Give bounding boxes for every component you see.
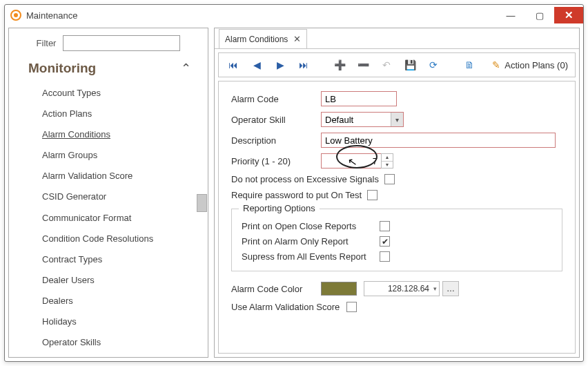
sidebar-item-panel-connections[interactable]: Panel Connections bbox=[21, 353, 208, 357]
nav-first-button[interactable]: ⏮ bbox=[223, 55, 244, 75]
collapse-icon[interactable]: ⌃ bbox=[181, 61, 198, 76]
nav-last-button[interactable]: ⏭ bbox=[293, 55, 314, 75]
pencil-icon: ✎ bbox=[492, 59, 500, 70]
print-alarm-only-checkbox[interactable]: ✔ bbox=[380, 236, 390, 247]
sidebar: Filter Monitoring ⌃ Account TypesAction … bbox=[8, 28, 208, 358]
refresh-button[interactable]: ⟳ bbox=[423, 55, 444, 75]
close-button[interactable]: ✕ bbox=[554, 7, 583, 23]
maximize-button[interactable]: ▢ bbox=[525, 7, 554, 23]
section-title: Monitoring bbox=[28, 61, 96, 76]
sidebar-item-communicator-format[interactable]: Communicator Format bbox=[21, 208, 208, 229]
color-value-dropdown[interactable]: 128.128.64 bbox=[364, 281, 440, 296]
sidebar-item-operator-skills[interactable]: Operator Skills bbox=[21, 332, 208, 353]
suppress-label: Supress from All Events Report bbox=[242, 251, 380, 262]
reporting-legend: Reporting Options bbox=[239, 203, 320, 213]
remove-button[interactable]: ➖ bbox=[353, 55, 373, 75]
color-swatch bbox=[321, 282, 357, 296]
priority-input[interactable] bbox=[321, 153, 382, 168]
add-button[interactable]: ➕ bbox=[329, 55, 350, 75]
no-process-label: Do not process on Excessive Signals bbox=[231, 174, 379, 184]
require-pw-label: Require password to put On Test bbox=[231, 190, 362, 200]
dropdown-icon[interactable]: ▾ bbox=[391, 113, 403, 126]
tab-alarm-conditions[interactable]: Alarm Conditions ✕ bbox=[219, 29, 307, 48]
tab-label: Alarm Conditions bbox=[225, 35, 288, 44]
sidebar-item-contract-types[interactable]: Contract Types bbox=[21, 249, 208, 270]
use-validation-checkbox[interactable] bbox=[346, 302, 357, 312]
sidebar-item-alarm-validation-score[interactable]: Alarm Validation Score bbox=[21, 166, 208, 186]
window-title: Maintenance bbox=[26, 10, 77, 21]
reporting-options-group: Reporting Options Print on Open Close Re… bbox=[231, 209, 562, 271]
alarm-code-label: Alarm Code bbox=[231, 94, 321, 104]
action-plans-link[interactable]: ✎ Action Plans (0) bbox=[492, 59, 571, 70]
titlebar: Maintenance — ▢ ✕ bbox=[5, 5, 583, 26]
minimize-button[interactable]: — bbox=[496, 7, 525, 23]
undo-button[interactable]: ↶ bbox=[376, 55, 397, 75]
sidebar-item-alarm-groups[interactable]: Alarm Groups bbox=[21, 145, 208, 166]
sidebar-item-csid-generator[interactable]: CSID Generator bbox=[21, 186, 208, 207]
filter-input[interactable] bbox=[63, 35, 180, 51]
nav-next-button[interactable]: ▶ bbox=[270, 55, 291, 75]
sidebar-item-holidays[interactable]: Holidays bbox=[21, 311, 208, 332]
alarm-code-input[interactable] bbox=[321, 91, 397, 106]
filter-label: Filter bbox=[37, 38, 57, 48]
color-picker-button[interactable]: … bbox=[442, 281, 459, 296]
sidebar-item-dealers[interactable]: Dealers bbox=[21, 291, 208, 311]
color-label: Alarm Code Color bbox=[231, 284, 321, 294]
form-area: Alarm Code Operator Skill ▾ Description … bbox=[218, 81, 576, 354]
toolbar: ⏮ ◀ ▶ ⏭ ➕ ➖ ↶ 💾 ⟳ 🗎 ✎ Action Plans (0) bbox=[218, 52, 576, 77]
tab-close-icon[interactable]: ✕ bbox=[293, 34, 301, 44]
print-open-close-checkbox[interactable] bbox=[380, 221, 390, 231]
document-button[interactable]: 🗎 bbox=[459, 55, 480, 75]
print-open-close-label: Print on Open Close Reports bbox=[242, 221, 380, 231]
save-button[interactable]: 💾 bbox=[400, 55, 420, 75]
suppress-checkbox[interactable] bbox=[380, 251, 390, 262]
main-panel: Alarm Conditions ✕ ⏮ ◀ ▶ ⏭ ➕ ➖ ↶ 💾 ⟳ 🗎 ✎ bbox=[214, 28, 580, 358]
print-alarm-only-label: Print on Alarm Only Report bbox=[242, 236, 380, 247]
sidebar-item-account-types[interactable]: Account Types bbox=[21, 83, 208, 104]
nav-prev-button[interactable]: ◀ bbox=[246, 55, 267, 75]
priority-label: Priority (1 - 20) bbox=[231, 156, 321, 166]
require-pw-checkbox[interactable] bbox=[367, 190, 378, 200]
sidebar-item-dealer-users[interactable]: Dealer Users bbox=[21, 270, 208, 291]
priority-spinner[interactable]: ▲▼ bbox=[381, 153, 393, 168]
sidebar-item-alarm-conditions[interactable]: Alarm Conditions bbox=[21, 124, 208, 145]
use-validation-label: Use Alarm Validation Score bbox=[231, 302, 340, 312]
sidebar-scrollbar[interactable] bbox=[197, 194, 207, 212]
no-process-checkbox[interactable] bbox=[384, 174, 395, 184]
sidebar-item-action-plans[interactable]: Action Plans bbox=[21, 104, 208, 124]
action-plans-label: Action Plans (0) bbox=[504, 60, 568, 70]
sidebar-item-condition-code-resolutions[interactable]: Condition Code Resolutions bbox=[21, 229, 208, 249]
description-input[interactable] bbox=[321, 133, 556, 148]
operator-skill-label: Operator Skill bbox=[231, 115, 321, 125]
app-icon bbox=[10, 10, 21, 21]
description-label: Description bbox=[231, 135, 321, 146]
